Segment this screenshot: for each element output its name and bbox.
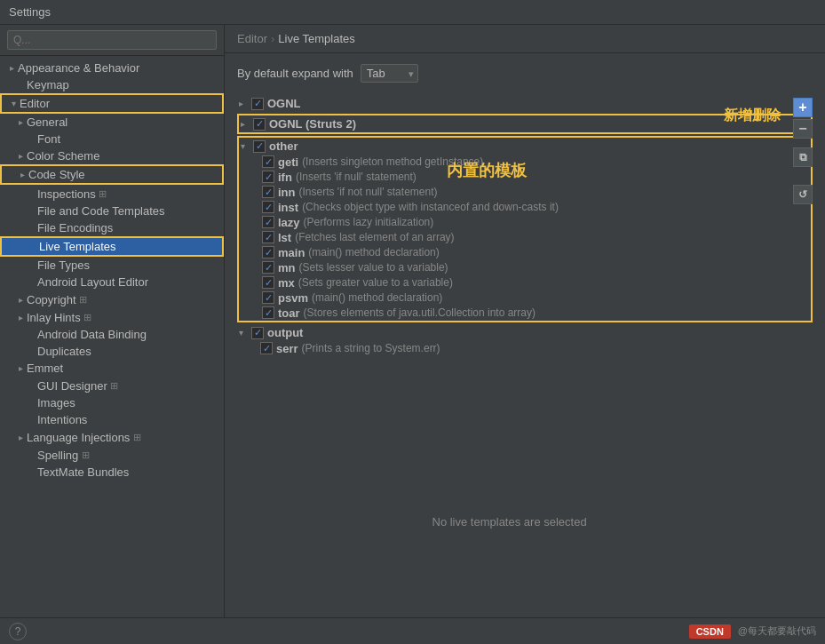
sidebar-item-android-layout-editor[interactable]: Android Layout Editor	[0, 274, 224, 290]
template-item-inst[interactable]: inst(Checks object type with instanceof …	[239, 200, 811, 215]
sidebar-item-label-appearance: Appearance & Behavior	[18, 61, 139, 75]
sidebar-item-label-editor: Editor	[20, 97, 50, 110]
group-name-other: other	[269, 139, 298, 153]
sidebar-item-spelling[interactable]: Spelling⊞	[0, 446, 224, 464]
arrow-spelling	[25, 449, 37, 461]
template-item-lst[interactable]: lst(Fetches last element of an array)	[239, 230, 811, 245]
sidebar-item-images[interactable]: Images	[0, 394, 224, 411]
sidebar-item-emmet[interactable]: Emmet	[0, 360, 224, 377]
sidebar-item-android-data-binding[interactable]: Android Data Binding	[0, 326, 224, 343]
copy-button[interactable]: ⧉	[793, 147, 813, 167]
item-abbr-mx: mx	[278, 276, 295, 290]
sidebar-tree: Appearance & BehaviorKeymapEditorGeneral…	[0, 56, 224, 617]
item-checkbox-main[interactable]	[262, 246, 274, 258]
group-header-other[interactable]: ▾other	[239, 138, 811, 155]
sidebar-item-label-gui-designer: GUI Designer	[37, 379, 107, 393]
sidebar-item-intentions[interactable]: Intentions	[0, 411, 224, 428]
template-item-psvm[interactable]: psvm(main() method declaration)	[239, 290, 811, 306]
sidebar-item-duplicates[interactable]: Duplicates	[0, 343, 224, 360]
template-item-inn[interactable]: inn(Inserts 'if not null' statement)	[239, 185, 811, 200]
sidebar-item-inspections[interactable]: Inspections⊞	[0, 185, 224, 203]
template-item-mn[interactable]: mn(Sets lesser value to a variable)	[239, 260, 811, 275]
search-input[interactable]	[7, 30, 217, 50]
expand-dropdown-wrapper[interactable]: Tab Space Enter	[361, 64, 418, 83]
item-abbr-geti: geti	[278, 155, 298, 169]
arrow-duplicates	[25, 346, 37, 358]
item-abbr-lst: lst	[278, 231, 291, 244]
arrow-file-code-templates	[25, 205, 37, 218]
sidebar: Appearance & BehaviorKeymapEditorGeneral…	[0, 25, 225, 617]
sidebar-item-editor[interactable]: Editor	[0, 93, 224, 114]
template-item-mx[interactable]: mx(Sets greater value to a variable)	[239, 275, 811, 290]
sidebar-item-file-types[interactable]: File Types	[0, 257, 224, 274]
template-item-lazy[interactable]: lazy(Performs lazy initialization)	[239, 215, 811, 230]
item-checkbox-lazy[interactable]	[262, 216, 274, 228]
sidebar-item-inlay-hints[interactable]: Inlay Hints⊞	[0, 308, 224, 326]
item-checkbox-mn[interactable]	[262, 261, 274, 274]
content-panel: Editor › Live Templates By default expan…	[225, 25, 825, 617]
sidebar-item-language-injections[interactable]: Language Injections⊞	[0, 428, 224, 446]
item-checkbox-mx[interactable]	[262, 276, 274, 289]
group-checkbox-ognl-struts2[interactable]	[253, 118, 266, 131]
remove-button[interactable]: −	[793, 119, 813, 139]
copy-icon-language-injections: ⊞	[130, 430, 144, 444]
sidebar-item-file-code-templates[interactable]: File and Code Templates	[0, 203, 224, 219]
item-checkbox-serr[interactable]	[260, 342, 273, 354]
item-abbr-ifn: ifn	[278, 171, 292, 184]
add-button[interactable]: +	[793, 98, 813, 117]
item-checkbox-geti[interactable]	[262, 155, 274, 168]
copy-icon-gui-designer: ⊞	[107, 378, 122, 393]
sidebar-item-file-encodings[interactable]: File Encodings	[0, 219, 224, 236]
group-checkbox-ognl[interactable]	[251, 98, 264, 110]
group-header-ognl[interactable]: ▸OGNL	[237, 95, 813, 112]
item-checkbox-ifn[interactable]	[262, 171, 274, 183]
title-text: Settings	[9, 5, 51, 19]
arrow-file-types	[25, 259, 37, 272]
group-checkbox-other[interactable]	[253, 140, 266, 153]
sidebar-item-general[interactable]: General	[0, 114, 224, 131]
sidebar-item-label-inspections: Inspections	[37, 187, 96, 201]
template-item-main[interactable]: main(main() method declaration)	[239, 245, 811, 260]
sidebar-item-label-images: Images	[37, 396, 75, 409]
copy-icon-spelling: ⊞	[78, 448, 92, 462]
expand-dropdown[interactable]: Tab Space Enter	[361, 64, 418, 83]
arrow-inspections	[25, 187, 37, 200]
revert-button[interactable]: ↺	[793, 185, 813, 204]
sidebar-item-code-style[interactable]: Code Style	[0, 164, 224, 185]
sidebar-item-gui-designer[interactable]: GUI Designer⊞	[0, 377, 224, 394]
template-item-geti[interactable]: geti(Inserts singleton method getInstanc…	[239, 155, 811, 170]
sidebar-item-label-general: General	[27, 115, 67, 129]
main-layout: Appearance & BehaviorKeymapEditorGeneral…	[0, 25, 825, 617]
sidebar-item-label-android-data-binding: Android Data Binding	[37, 328, 147, 341]
template-item-serr[interactable]: serr(Prints a string to System.err)	[237, 341, 813, 356]
group-header-output[interactable]: ▾output	[237, 324, 813, 341]
arrow-editor	[7, 98, 20, 110]
sidebar-item-keymap[interactable]: Keymap	[0, 76, 224, 93]
sidebar-item-appearance[interactable]: Appearance & Behavior	[0, 60, 224, 76]
item-desc-geti: (Inserts singleton method getInstance)	[302, 155, 483, 168]
sidebar-item-copyright[interactable]: Copyright⊞	[0, 290, 224, 308]
item-desc-mn: (Sets lesser value to a variable)	[299, 261, 448, 274]
group-checkbox-output[interactable]	[251, 327, 264, 339]
sidebar-item-font[interactable]: Font	[0, 131, 224, 147]
help-button[interactable]: ?	[9, 623, 27, 640]
template-item-toar[interactable]: toar(Stores elements of java.util.Collec…	[239, 306, 811, 321]
item-desc-serr: (Prints a string to System.err)	[302, 342, 440, 354]
item-checkbox-psvm[interactable]	[262, 291, 274, 304]
sidebar-item-live-templates[interactable]: Live Templates	[0, 236, 224, 257]
template-item-ifn[interactable]: ifn(Inserts 'if null' statement)	[239, 170, 811, 185]
item-desc-psvm: (main() method declaration)	[312, 291, 442, 304]
item-checkbox-toar[interactable]	[262, 306, 274, 319]
search-box[interactable]	[0, 25, 224, 56]
item-checkbox-inn[interactable]	[262, 186, 274, 198]
sidebar-item-textmate-bundles[interactable]: TextMate Bundles	[0, 464, 224, 481]
sidebar-item-color-scheme[interactable]: Color Scheme	[0, 147, 224, 164]
arrow-android-data-binding	[25, 329, 37, 341]
item-abbr-main: main	[278, 246, 305, 259]
group-header-ognl-struts2[interactable]: ▸OGNL (Struts 2)	[239, 115, 811, 132]
copy-icon-inspections: ⊞	[96, 187, 110, 201]
expand-row: By default expand with Tab Space Enter	[237, 64, 813, 83]
group-arrow-other: ▾	[241, 141, 253, 151]
item-checkbox-lst[interactable]	[262, 231, 274, 243]
item-checkbox-inst[interactable]	[262, 201, 274, 213]
